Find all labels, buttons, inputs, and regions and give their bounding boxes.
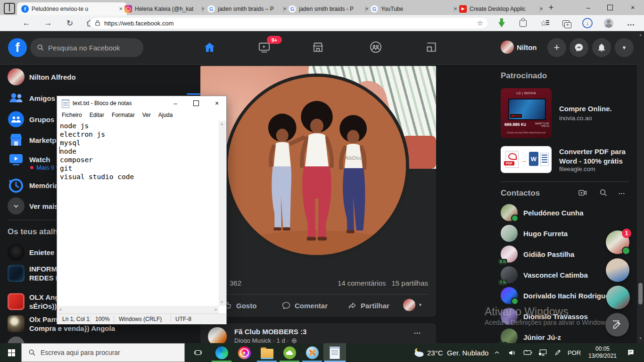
scroll-down-arrow[interactable]: ▼ (639, 337, 642, 340)
nav-home-tab[interactable] (198, 36, 221, 58)
menu-editar[interactable]: Editar (86, 110, 108, 121)
tab-google-search-1[interactable]: G jaden smith braids – P × (203, 2, 291, 15)
language-indicator[interactable]: POR (566, 343, 583, 362)
downloads-icon[interactable]: ↓ (579, 15, 596, 31)
extension-icon[interactable] (514, 15, 531, 31)
add-favorite-icon[interactable]: ☆ (477, 19, 483, 27)
comments-count[interactable]: 14 comentários (338, 279, 386, 287)
facebook-logo[interactable]: f (8, 38, 27, 57)
ad-thumbnail-pdf-word[interactable]: PDF → W (501, 146, 552, 173)
menu-ver[interactable]: Ver (139, 110, 155, 121)
shares-count[interactable]: 15 partilhas (391, 279, 428, 287)
comment-as-selector[interactable]: ▼ (403, 299, 422, 311)
notepad-horizontal-scrollbar[interactable]: ˂ ˃ (58, 306, 219, 313)
profile-name[interactable]: Nilton (517, 43, 537, 51)
clock[interactable]: 00:05 13/09/2021 (585, 343, 620, 362)
create-button[interactable]: + (547, 38, 566, 57)
weather-temp[interactable]: 23°C (427, 343, 443, 362)
notepad-maximize-button[interactable] (186, 96, 206, 110)
taskbar-app-cloud[interactable] (278, 343, 301, 362)
profile-avatar[interactable] (501, 41, 514, 54)
task-view-button[interactable] (187, 343, 209, 362)
notepad-minimize-button[interactable]: – (165, 96, 186, 110)
download-manager-icon[interactable] (493, 15, 510, 31)
start-button[interactable] (0, 343, 23, 362)
sidebar-item-profile[interactable]: Nilton Alfredo (8, 68, 198, 85)
tab-facebook[interactable]: f Peludóneo enviou-te u × (17, 2, 127, 15)
new-message-button[interactable] (605, 313, 629, 337)
favorites-icon[interactable]: ☆ (535, 15, 552, 31)
settings-menu-icon[interactable]: … (622, 15, 639, 31)
reaction-count[interactable]: 362 (230, 279, 241, 287)
ad-title-line2[interactable]: Word - 100% grátis (559, 156, 626, 166)
scrollbar-thumb[interactable] (638, 283, 643, 304)
page-name[interactable]: Fã Club MOBBERS :3 (234, 328, 306, 336)
tab-youtube-home[interactable]: G YouTube × (366, 2, 462, 15)
menu-ficheiro[interactable]: Ficheiro (58, 110, 86, 121)
comment-button[interactable]: Comentar (281, 297, 328, 314)
like-button[interactable]: Gosto (223, 297, 256, 314)
taskbar-app-itunes[interactable] (233, 343, 256, 362)
post-more-icon[interactable]: … (413, 327, 421, 336)
window-close-button[interactable]: × (621, 0, 644, 15)
window-maximize-button[interactable] (599, 0, 621, 15)
nav-marketplace-tab[interactable] (306, 36, 329, 58)
notifications-button[interactable] (592, 38, 611, 57)
tab-search-icon[interactable] (4, 3, 15, 14)
url-text[interactable]: https://web.facebook.com (104, 20, 473, 27)
tab-youtube-video[interactable]: ▶ Create Desktop Applic × (455, 2, 547, 15)
post-circle-photo[interactable]: AbiDiva (224, 74, 409, 258)
volume-icon[interactable] (506, 343, 518, 362)
chat-head[interactable]: 1 (606, 230, 629, 254)
facebook-search-input[interactable]: Pesquisa no Facebook (30, 38, 143, 57)
taskbar-app-globe[interactable] (301, 343, 323, 362)
address-bar[interactable]: https://web.facebook.com ☆ (90, 17, 488, 29)
account-menu-button[interactable]: ▼ (615, 38, 634, 57)
nav-groups-tab[interactable] (364, 36, 387, 58)
chat-head[interactable] (606, 258, 629, 282)
ad-title-line1[interactable]: Converter PDF para (559, 147, 626, 156)
scroll-left-icon[interactable]: ˂ (59, 307, 62, 312)
menu-ajuda[interactable]: Ajuda (155, 110, 177, 121)
contacts-search-icon[interactable] (599, 189, 608, 197)
scroll-down-icon[interactable]: ˅ (221, 300, 223, 304)
profile-avatar[interactable] (600, 15, 617, 31)
pen-icon[interactable] (552, 343, 564, 362)
new-room-icon[interactable] (578, 188, 587, 197)
refresh-icon[interactable]: ↻ (61, 15, 78, 31)
taskbar-app-explorer[interactable] (256, 343, 278, 362)
notepad-close-button[interactable]: × (206, 96, 227, 110)
tray-expand-icon[interactable] (491, 343, 503, 362)
chat-head[interactable] (606, 286, 630, 309)
tab-instagram[interactable]: Helena Kateia (@h_kat × (120, 2, 209, 15)
nav-gaming-tab[interactable] (420, 36, 443, 58)
action-center-icon[interactable] (623, 343, 638, 362)
share-button[interactable]: Partilhar (347, 297, 389, 314)
taskbar-search-input[interactable]: Escreva aqui para procurar (21, 343, 185, 362)
tab-google-search-2[interactable]: G jaden smith braids - P × (284, 2, 373, 15)
ad-title[interactable]: Compre Online. (559, 105, 612, 113)
notepad-vertical-scrollbar[interactable]: ˄ ˅ (219, 121, 226, 306)
collections-icon[interactable]: + (557, 15, 574, 31)
forward-icon[interactable]: → (40, 15, 57, 31)
battery-icon[interactable] (522, 343, 534, 362)
taskbar-app-edge[interactable] (210, 343, 233, 362)
page-scrollbar[interactable]: ▲ ▼ (637, 31, 644, 343)
ad-thumbnail-lg-tv[interactable]: LG | INOVIA NETFLIX 669.885 Kz SMART TV … (501, 88, 552, 138)
notepad-text-area[interactable]: node js electron js mysql node composer … (58, 121, 219, 306)
contact-row[interactable]: Peludóneo Cunha (501, 202, 630, 223)
taskbar-app-notepad-active[interactable] (323, 343, 346, 362)
notepad-titlebar[interactable]: text.txt - Bloco de notas – × (57, 96, 226, 110)
back-icon[interactable]: ← (18, 15, 35, 31)
messenger-button[interactable] (570, 38, 588, 57)
scroll-up-icon[interactable]: ˄ (221, 122, 223, 127)
window-minimize-button[interactable]: – (578, 0, 599, 15)
weather-icon[interactable] (411, 343, 427, 362)
scroll-up-arrow[interactable]: ▲ (639, 33, 642, 36)
scroll-right-icon[interactable]: ˃ (215, 307, 217, 312)
new-tab-button[interactable]: + (545, 2, 558, 13)
menu-formatar[interactable]: Formatar (108, 110, 139, 121)
network-icon[interactable] (537, 343, 549, 362)
weather-description[interactable]: Ger. Nublado (447, 343, 488, 362)
contacts-more-icon[interactable]: … (618, 188, 626, 196)
